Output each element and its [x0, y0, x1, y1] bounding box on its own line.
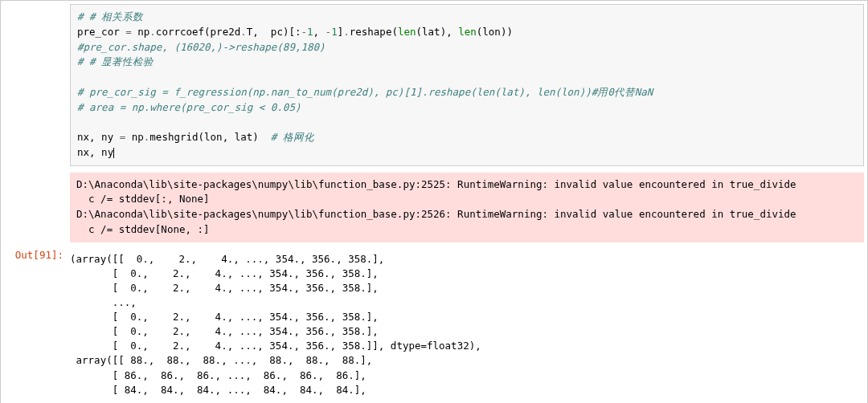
code-editor[interactable]: # # 相关系数 pre_cor = np.corrcoef(pre2d.T, …: [70, 4, 864, 166]
warn-line: D:\Anaconda\lib\site-packages\numpy\lib\…: [76, 208, 796, 220]
code-text: np: [125, 131, 144, 143]
text-cursor: [113, 148, 114, 158]
out-line: array([[ 88., 88., 88., ..., 88., 88., 8…: [70, 354, 372, 366]
minus: -: [326, 26, 332, 38]
output-cell: Out[91]: (array([[ 0., 2., 4., ..., 354.…: [1, 246, 867, 404]
builtin: len: [458, 26, 477, 38]
num: 1: [331, 26, 338, 38]
code-line: # # 相关系数: [77, 10, 143, 22]
comment: # 格网化: [271, 131, 314, 143]
out-line: (array([[ 0., 2., 4., ..., 354., 356., 3…: [70, 253, 384, 265]
code-line: nx, ny: [77, 131, 120, 143]
warning-cell: D:\Anaconda\lib\site-packages\numpy\lib\…: [1, 169, 867, 246]
stdout-output: (array([[ 0., 2., 4., ..., 354., 356., 3…: [70, 249, 864, 404]
dot: .: [149, 26, 156, 38]
out-line: ...,: [70, 296, 137, 308]
warn-line: c /= stddev[None, :]: [76, 223, 210, 235]
out-line: [ 84., 84., 84., ..., 84., 84., 84.],: [70, 384, 366, 396]
code-line: #pre_cor.shape, (16020,)->reshape(89,180…: [77, 41, 326, 53]
code-text: reshape(: [350, 26, 398, 38]
comma: ,: [313, 26, 326, 38]
out-line: ...,: [70, 398, 137, 403]
warn-line: c /= stddev[:, None]: [76, 193, 210, 205]
code-text: meshgrid(lon, lat): [149, 131, 271, 143]
code-line: # area = np.where(pre_cor_sig < 0.05): [77, 101, 301, 113]
op: =: [125, 26, 132, 38]
out-line: [ 86., 86., 86., ..., 86., 86., 86.],: [70, 369, 366, 381]
dot: .: [343, 26, 350, 38]
out-line: [ 0., 2., 4., ..., 354., 356., 358.],: [70, 325, 379, 337]
out-line: [ 0., 2., 4., ..., 354., 356., 358.],: [70, 282, 379, 294]
dot: .: [240, 26, 247, 38]
empty-prompt: [1, 169, 70, 246]
code-text: corrcoef(pre2d: [156, 26, 240, 38]
notebook-container: # # 相关系数 pre_cor = np.corrcoef(pre2d.T, …: [0, 0, 868, 403]
code-cell: # # 相关系数 pre_cor = np.corrcoef(pre2d.T, …: [1, 1, 867, 169]
code-text: (lon)): [477, 26, 513, 38]
output-content: (array([[ 0., 2., 4., ..., 354., 356., 3…: [70, 246, 867, 404]
code-line: pre_cor: [77, 26, 125, 38]
code-text: np: [132, 26, 150, 38]
code-content: # # 相关系数 pre_cor = np.corrcoef(pre2d.T, …: [70, 1, 867, 169]
output-prompt: Out[91]:: [1, 246, 70, 404]
code-text: T, pc)[:: [247, 26, 301, 38]
warn-line: D:\Anaconda\lib\site-packages\numpy\lib\…: [76, 178, 796, 190]
builtin: len: [398, 26, 416, 38]
input-prompt: [1, 1, 70, 169]
out-line: [ 0., 2., 4., ..., 354., 356., 358.],: [70, 267, 379, 279]
code-line: # # 显著性检验: [77, 55, 154, 67]
code-line: nx, ny: [77, 146, 113, 158]
code-line: # pre_cor_sig = f_regression(np.nan_to_n…: [77, 86, 653, 98]
stderr-output: D:\Anaconda\lib\site-packages\numpy\lib\…: [70, 173, 864, 242]
minus: -: [301, 26, 307, 38]
out-line: [ 0., 2., 4., ..., 354., 356., 358.]], d…: [70, 340, 481, 352]
code-text: (lat),: [416, 26, 459, 38]
warning-content: D:\Anaconda\lib\site-packages\numpy\lib\…: [70, 169, 867, 246]
num: 1: [307, 26, 313, 38]
out-line: [ 0., 2., 4., ..., 354., 356., 358.],: [70, 311, 379, 323]
